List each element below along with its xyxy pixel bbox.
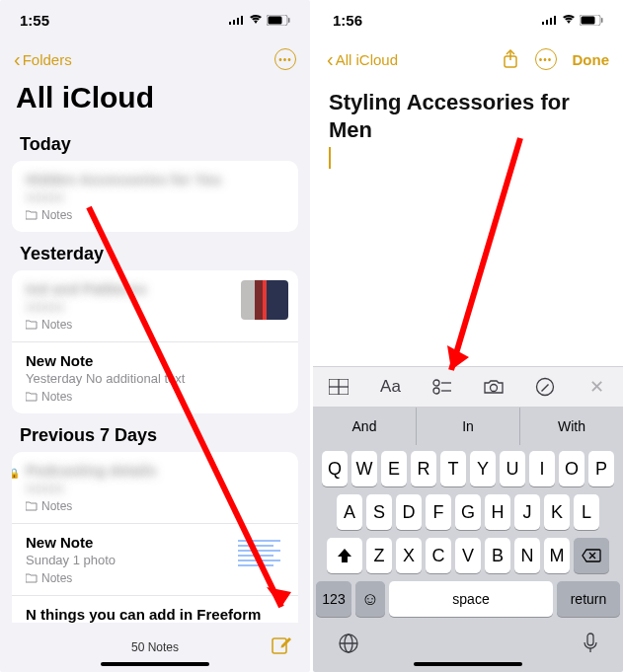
- section-today: Today: [12, 122, 298, 161]
- markup-button[interactable]: [523, 372, 567, 402]
- format-bar: Aa ✕: [313, 366, 623, 408]
- key-o[interactable]: O: [559, 451, 584, 486]
- key-l[interactable]: L: [574, 494, 599, 530]
- key-w[interactable]: W: [351, 451, 377, 486]
- note-folder: Notes: [26, 390, 284, 404]
- shift-key[interactable]: [327, 538, 362, 573]
- close-format-button[interactable]: ✕: [576, 372, 619, 402]
- suggestion[interactable]: With: [520, 408, 623, 445]
- numbers-key[interactable]: 123: [316, 581, 351, 617]
- status-icons: [542, 15, 603, 26]
- folder-icon: [26, 210, 38, 220]
- more-button[interactable]: •••: [535, 48, 557, 70]
- note-title-text: Styling Accessories for Men: [329, 89, 607, 143]
- share-icon: [502, 49, 519, 69]
- emoji-key[interactable]: ☺: [355, 581, 385, 617]
- back-button[interactable]: ‹ All iCloud: [327, 49, 398, 69]
- note-editor[interactable]: Styling Accessories for Men: [313, 79, 623, 366]
- backspace-key[interactable]: [574, 538, 609, 573]
- note-row[interactable]: Hidden Accessories for You xxxxxx Notes: [12, 161, 298, 232]
- note-edit-screen: 1:56 ‹ All iCloud ••• Done Styling Acces…: [313, 0, 623, 672]
- key-j[interactable]: J: [514, 494, 540, 530]
- key-h[interactable]: H: [485, 494, 510, 530]
- key-z[interactable]: Z: [366, 538, 392, 573]
- key-k[interactable]: K: [544, 494, 570, 530]
- note-title-hidden: Podcasting details: [26, 462, 284, 479]
- key-v[interactable]: V: [455, 538, 481, 573]
- card-yesterday: Ind and Pattterns xxxxxx Notes New Note …: [12, 270, 298, 413]
- back-label: All iCloud: [336, 51, 398, 68]
- note-row[interactable]: 🔒 Podcasting details xxxxxx Notes: [12, 452, 298, 524]
- svg-rect-5: [269, 16, 282, 24]
- lock-icon: 🔒: [12, 468, 20, 479]
- back-button[interactable]: ‹ Folders: [14, 49, 72, 69]
- svg-rect-11: [546, 20, 548, 25]
- key-b[interactable]: B: [485, 538, 510, 573]
- card-prev7: 🔒 Podcasting details xxxxxx Notes New No…: [12, 452, 298, 623]
- key-n[interactable]: N: [514, 538, 540, 573]
- table-button[interactable]: [317, 372, 360, 402]
- home-indicator: [414, 662, 522, 666]
- key-c[interactable]: C: [426, 538, 451, 573]
- note-sub: Yesterday No additional text: [26, 371, 284, 386]
- note-title: New Note: [26, 352, 284, 369]
- svg-point-24: [433, 388, 439, 394]
- key-a[interactable]: A: [337, 494, 362, 530]
- globe-key[interactable]: [338, 633, 359, 654]
- svg-point-26: [491, 385, 498, 392]
- key-m[interactable]: M: [544, 538, 570, 573]
- compose-button[interactable]: [271, 635, 292, 656]
- suggestion[interactable]: In: [417, 408, 520, 445]
- note-title-hidden: Hidden Accessories for You: [26, 171, 284, 187]
- key-i[interactable]: I: [529, 451, 555, 486]
- chevron-left-icon: ‹: [327, 49, 334, 69]
- return-key[interactable]: return: [557, 581, 620, 617]
- home-indicator: [101, 662, 209, 666]
- space-key[interactable]: space: [389, 581, 553, 617]
- signal-icon: [542, 15, 558, 25]
- key-g[interactable]: G: [455, 494, 481, 530]
- key-e[interactable]: E: [381, 451, 407, 486]
- page-title: All iCloud: [0, 79, 310, 122]
- back-label: Folders: [23, 51, 72, 68]
- key-x[interactable]: X: [396, 538, 422, 573]
- section-yesterday: Yesterday: [12, 232, 298, 270]
- camera-button[interactable]: [472, 372, 515, 402]
- key-d[interactable]: D: [396, 494, 422, 530]
- key-y[interactable]: Y: [470, 451, 496, 486]
- key-u[interactable]: U: [500, 451, 525, 486]
- notes-scroll[interactable]: Today Hidden Accessories for You xxxxxx …: [0, 122, 310, 623]
- key-p[interactable]: P: [588, 451, 614, 486]
- status-icons: [229, 15, 290, 26]
- notes-count: 50 Notes: [131, 640, 179, 654]
- svg-rect-10: [542, 22, 544, 25]
- dictation-key[interactable]: [583, 633, 598, 654]
- checklist-button[interactable]: [421, 372, 464, 402]
- key-s[interactable]: S: [366, 494, 392, 530]
- key-f[interactable]: F: [426, 494, 451, 530]
- text-format-button[interactable]: Aa: [368, 372, 412, 402]
- card-today: Hidden Accessories for You xxxxxx Notes: [12, 161, 298, 232]
- shift-icon: [337, 548, 352, 563]
- folder-icon: [26, 501, 38, 511]
- note-folder: Notes: [26, 499, 284, 513]
- note-row[interactable]: New Note Sunday 1 photo Notes: [12, 524, 298, 596]
- suggestion[interactable]: And: [313, 408, 417, 445]
- share-button[interactable]: [502, 49, 519, 69]
- more-button[interactable]: •••: [274, 48, 296, 70]
- svg-rect-0: [229, 22, 231, 25]
- signal-icon: [229, 15, 245, 25]
- note-row[interactable]: Ind and Pattterns xxxxxx Notes: [12, 270, 298, 342]
- note-row[interactable]: N things you can add in Freeform whi… Su…: [12, 596, 298, 623]
- key-q[interactable]: Q: [322, 451, 348, 486]
- globe-icon: [338, 633, 359, 654]
- svg-rect-6: [288, 18, 290, 23]
- key-t[interactable]: T: [440, 451, 466, 486]
- note-row[interactable]: New Note Yesterday No additional text No…: [12, 342, 298, 413]
- status-time: 1:55: [20, 12, 49, 29]
- svg-rect-33: [587, 634, 593, 645]
- mic-icon: [583, 633, 598, 654]
- backspace-icon: [582, 549, 601, 562]
- done-button[interactable]: Done: [573, 51, 610, 68]
- key-r[interactable]: R: [411, 451, 436, 486]
